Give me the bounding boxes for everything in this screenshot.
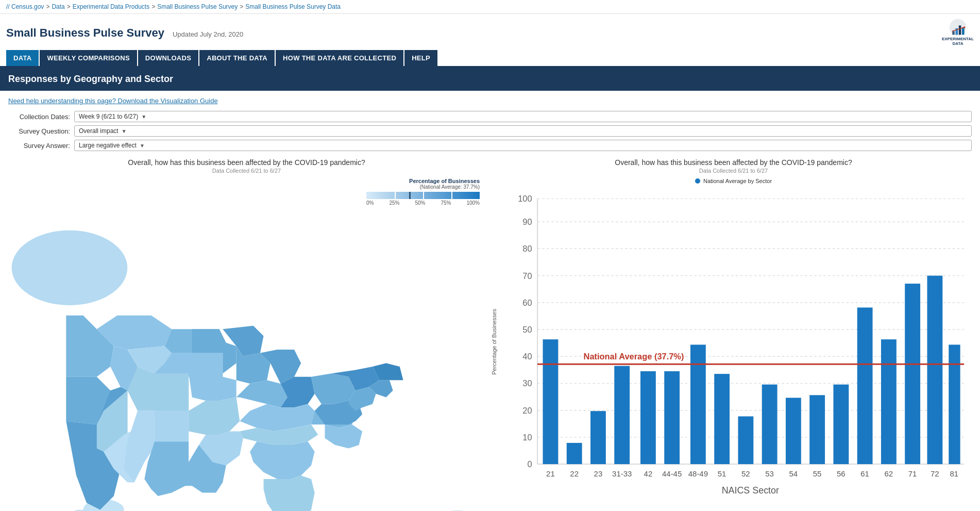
legend-title: Percentage of Businesses [409,178,480,184]
bar-panel: Overall, how has this business been affe… [495,158,972,511]
svg-text:55: 55 [813,470,822,478]
help-link[interactable]: Need help understanding this page? Downl… [8,97,972,105]
census-logo-icon [949,18,967,37]
breadcrumb-data[interactable]: Data [52,3,64,10]
charts-area: Overall, how has this business been affe… [8,158,972,511]
svg-text:42: 42 [644,470,653,478]
bar-52[interactable] [738,416,753,464]
chevron-down-icon: ▼ [141,114,146,120]
svg-text:80: 80 [522,244,532,253]
svg-text:0: 0 [527,459,532,469]
svg-text:31-33: 31-33 [612,470,632,478]
state-oh[interactable] [281,377,315,407]
state-sc[interactable] [325,424,362,448]
svg-text:50: 50 [522,325,532,334]
bar-42[interactable] [640,371,656,464]
bar-31-33[interactable] [614,366,630,464]
bar-21[interactable] [543,339,559,464]
breadcrumb: // Census.gov > Data > Experimental Data… [0,0,980,14]
svg-text:21: 21 [546,470,555,478]
svg-text:53: 53 [765,470,774,478]
bar-62[interactable] [881,339,897,464]
y-axis-label-container: Percentage of Businesses [491,187,497,497]
section-title: Responses by Geography and Sector [8,74,173,84]
svg-text:44-45: 44-45 [662,470,682,478]
svg-point-6 [964,26,966,28]
breadcrumb-sbps-data[interactable]: Small Business Pulse Survey Data [245,3,341,10]
svg-text:61: 61 [860,470,869,478]
bar-51[interactable] [714,374,730,464]
bar-22[interactable] [567,443,582,464]
legend-bar [366,192,480,199]
main-nav: DATA WEEKLY COMPARISONS DOWNLOADS ABOUT … [6,50,974,66]
survey-question-label: Survey Question: [8,127,70,135]
map-chart-subtitle: Data Collected 6/21 to 6/27 [8,168,485,174]
survey-answer-label: Survey Answer: [8,142,70,150]
svg-text:100: 100 [518,194,532,203]
us-map-svg [8,210,485,511]
bar-legend: National Average by Sector [495,178,972,184]
legend-tick-75 [451,192,452,199]
bar-61[interactable] [857,307,873,464]
bar-chart-container: Percentage of Businesses 0 10 20 [495,187,972,511]
svg-text:51: 51 [718,470,726,478]
svg-text:81: 81 [950,470,958,478]
legend-tick-25 [395,192,396,199]
svg-text:71: 71 [908,470,917,478]
bar-55[interactable] [809,395,825,464]
svg-text:30: 30 [522,378,532,388]
svg-text:72: 72 [931,470,939,478]
bar-44-45[interactable] [664,371,680,464]
state-pa-wv[interactable] [311,373,356,404]
state-in[interactable] [236,380,288,407]
chevron-down-icon-3: ▼ [140,143,145,149]
bar-81[interactable] [949,344,960,464]
page-header: Small Business Pulse Survey Updated July… [0,14,980,68]
bar-53[interactable] [762,385,778,464]
bar-chart-title: Overall, how has this business been affe… [495,158,972,167]
breadcrumb-experimental[interactable]: Experimental Data Products [73,3,149,10]
svg-text:22: 22 [570,470,579,478]
state-al-ga[interactable] [250,441,315,479]
nav-downloads[interactable]: DOWNLOADS [138,50,198,66]
svg-text:70: 70 [522,271,532,281]
survey-answer-select[interactable]: Large negative effect ▼ [74,140,972,151]
national-avg-text: National Average (37.7%) [584,352,684,361]
bar-23[interactable] [590,411,606,464]
main-content: Need help understanding this page? Downl… [0,91,980,511]
bar-56[interactable] [833,385,849,464]
breadcrumb-sbps[interactable]: Small Business Pulse Survey [157,3,238,10]
bar-48-49[interactable] [690,344,706,464]
svg-text:52: 52 [741,470,750,478]
state-fl[interactable] [264,475,315,511]
nav-data[interactable]: DATA [6,50,39,66]
x-axis-label: NAICS Sector [722,485,779,496]
state-alaska[interactable] [12,230,128,305]
section-header: Responses by Geography and Sector [0,68,980,91]
bar-chart-svg: 0 10 20 30 40 50 60 70 80 [495,187,972,510]
state-mo[interactable] [189,397,240,435]
state-ks[interactable] [155,411,189,441]
breadcrumb-census[interactable]: // Census.gov [6,3,44,10]
svg-text:60: 60 [522,298,532,307]
svg-text:40: 40 [522,352,532,361]
svg-text:10: 10 [522,433,532,442]
collection-dates-select[interactable]: Week 9 (6/21 to 6/27) ▼ [74,111,972,122]
chevron-down-icon-2: ▼ [122,128,127,134]
map-legend: Percentage of Businesses (National Avera… [8,178,485,206]
nav-about[interactable]: ABOUT THE DATA [199,50,275,66]
updated-date: Updated July 2nd, 2020 [173,30,243,38]
bar-72[interactable] [927,276,942,464]
svg-rect-4 [962,27,965,35]
survey-question-select[interactable]: Overall impact ▼ [74,125,972,137]
nav-help[interactable]: HELP [404,50,437,66]
nav-how-collected[interactable]: HOW THE DATA ARE COLLECTED [276,50,403,66]
census-logo: EXPERIMENTALDATA [942,18,974,46]
bar-71[interactable] [905,284,920,464]
logo-label: EXPERIMENTALDATA [942,37,974,46]
nav-weekly-comparisons[interactable]: WEEKLY COMPARISONS [40,50,137,66]
map-chart-title: Overall, how has this business been affe… [8,158,485,167]
state-ne[interactable] [155,373,189,411]
legend-dot [695,178,700,184]
bar-54[interactable] [786,398,801,464]
